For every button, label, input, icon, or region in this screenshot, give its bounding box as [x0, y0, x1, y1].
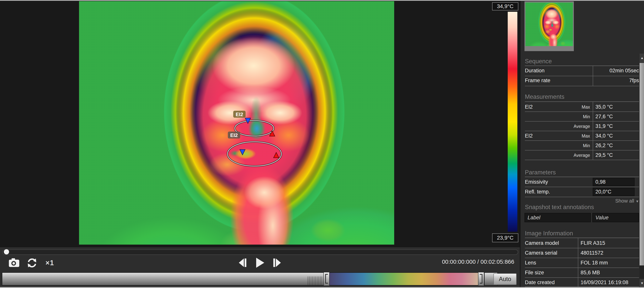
divider: [525, 102, 639, 102]
section-title-parameters: Parameters: [525, 169, 639, 176]
meas-stat: Max: [525, 133, 590, 139]
divider: [578, 238, 578, 287]
divider: [525, 238, 639, 238]
annotation-col-value: Value: [592, 213, 639, 222]
measurement-overlay: EI2 EI2: [79, 1, 394, 245]
step-forward-icon: [272, 257, 283, 268]
playback-speed-label[interactable]: ×1: [46, 257, 54, 269]
divider: [525, 160, 639, 160]
info-value: 48011572: [580, 250, 603, 256]
divider: [525, 121, 639, 122]
divider: [525, 76, 639, 76]
scroll-up-icon[interactable]: ▲: [640, 54, 644, 63]
info-value: FLIR A315: [580, 240, 605, 246]
divider: [525, 66, 639, 66]
divider: [525, 86, 639, 86]
camera-icon: [9, 258, 20, 267]
show-all-label: Show all: [615, 198, 634, 204]
divider: [525, 258, 639, 258]
palette-gradient[interactable]: [330, 273, 478, 285]
play-button[interactable]: [254, 257, 266, 269]
meas-stat: Average: [525, 153, 590, 158]
level-adjust-strip: Auto: [0, 271, 520, 287]
playback-bar: ×1 00:00:00:000 / 00:02:05:866: [0, 247, 520, 271]
section-title-image-information: Image Information: [525, 230, 639, 237]
section-title-snapshot-annotations: Snapshot text annotations: [525, 204, 639, 211]
step-back-button[interactable]: [236, 257, 248, 269]
window-bottom-border: [0, 287, 644, 288]
annotation-col-label: Label: [524, 213, 591, 222]
refl-temp-input[interactable]: 20,0°C: [593, 188, 634, 196]
loop-button[interactable]: [26, 257, 38, 269]
divider: [525, 140, 639, 141]
step-forward-button[interactable]: [272, 257, 284, 269]
thumbnail-image: [526, 3, 573, 46]
info-value: FOL 18 mm: [580, 260, 608, 266]
min-marker-icon: [240, 149, 245, 155]
scale-min-label: 23,9°C: [492, 233, 518, 242]
seek-bar[interactable]: [2, 249, 518, 255]
loop-icon: [26, 258, 38, 268]
divider: [525, 150, 639, 150]
info-value: 85,6 MB: [580, 270, 600, 276]
level-max-handle[interactable]: [478, 272, 484, 286]
info-label: Camera model: [525, 240, 559, 246]
level-track-left[interactable]: [2, 273, 324, 285]
flir-tools-window: EI2 EI2 34,9°C 23,9°C: [0, 0, 644, 288]
divider: [525, 112, 639, 112]
param-label: Refl. temp.: [525, 189, 550, 195]
scroll-down-icon[interactable]: ▼: [640, 279, 644, 288]
divider: [525, 197, 639, 197]
info-label: Lens: [525, 260, 536, 266]
divider: [525, 267, 639, 268]
divider: [525, 177, 639, 177]
scrollbar-thumb[interactable]: [640, 63, 644, 265]
meas-stat: Min: [525, 143, 590, 148]
meas-value: 26,2 °C: [596, 143, 613, 149]
play-icon: [255, 257, 265, 268]
meas-value: 27,6 °C: [596, 114, 613, 120]
seek-knob[interactable]: [4, 249, 9, 254]
meas-value: 35,0 °C: [596, 104, 613, 110]
show-all-link[interactable]: Show all ▼: [525, 198, 639, 204]
snapshot-button[interactable]: [8, 257, 20, 269]
meas-stat: Average: [525, 124, 590, 129]
section-title-sequence: Sequence: [525, 58, 639, 65]
right-bracket-icon: [480, 274, 482, 283]
info-label: Date created: [525, 279, 555, 285]
divider: [593, 102, 593, 160]
divider: [525, 187, 639, 187]
divider: [525, 131, 639, 131]
divider: [525, 248, 639, 248]
seq-row-value: 7fps: [525, 78, 639, 84]
meas-stat: Max: [525, 105, 590, 110]
auto-button[interactable]: Auto: [494, 273, 516, 285]
meas-value: 29,5 °C: [596, 152, 613, 158]
meas-stat: Min: [525, 114, 590, 119]
thermal-canvas: EI2 EI2 34,9°C 23,9°C: [0, 1, 520, 247]
info-panel: Sequence Duration 02min 05sec Frame rate…: [520, 1, 644, 288]
temperature-scale-bar[interactable]: [508, 12, 517, 232]
panel-scrollbar[interactable]: ▲ ▼: [640, 54, 644, 288]
divider: [593, 66, 593, 86]
step-back-icon: [237, 257, 247, 268]
info-label: File size: [525, 270, 544, 276]
thumbnail-face: [526, 3, 573, 46]
thumbnail-frame[interactable]: [524, 1, 574, 51]
timecode: 00:00:00:000 / 00:02:05:866: [440, 258, 514, 266]
seq-row-value: 02min 05sec: [525, 68, 639, 74]
level-min-handle[interactable]: [324, 272, 330, 286]
histogram: [308, 276, 323, 285]
emissivity-input[interactable]: 0,98: [593, 178, 634, 186]
meas-value: 31,9 °C: [596, 123, 613, 129]
left-bracket-icon: [325, 274, 328, 283]
thermal-image[interactable]: EI2 EI2: [79, 1, 394, 245]
measurement-label: EI2: [236, 112, 243, 117]
scale-max-label: 34,9°C: [492, 2, 518, 11]
divider: [525, 277, 639, 278]
info-value: 16/09/2021 16:19:08: [580, 279, 628, 285]
param-label: Emissivity: [525, 179, 548, 185]
measurement-label: EI2: [230, 132, 238, 138]
meas-value: 34,0 °C: [596, 133, 613, 139]
info-label: Camera serial: [525, 250, 557, 256]
